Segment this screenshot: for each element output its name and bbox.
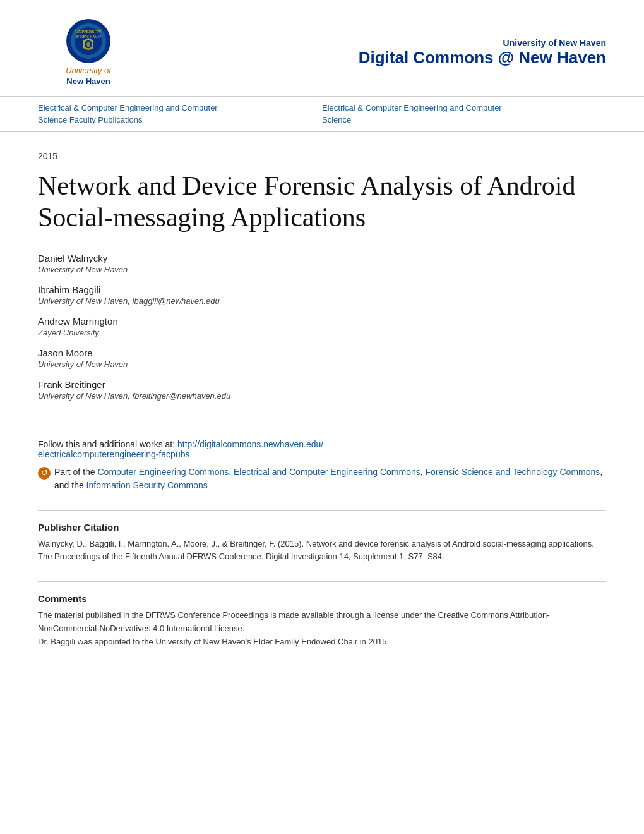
svg-text:UNIVERSITY: UNIVERSITY (75, 29, 102, 34)
logo-area: UNIVERSITY OF NEW HAVEN University of Ne… (38, 19, 139, 87)
authors-list: Daniel Walnycky University of New Haven … (38, 253, 606, 401)
comments-title: Comments (38, 593, 606, 604)
author-5: Frank Breitinger University of New Haven… (38, 379, 606, 401)
nav-col-left: Electrical & Computer Engineering and Co… (38, 102, 322, 126)
svg-text:OF NEW HAVEN: OF NEW HAVEN (75, 35, 103, 39)
author-affiliation-2: University of New Haven, ibaggili@newhav… (38, 296, 606, 306)
commons-icon (38, 467, 51, 480)
commons-link-1[interactable]: Computer Engineering Commons (97, 467, 229, 477)
follow-section: Follow this and additional works at: htt… (38, 426, 606, 492)
part-of: Part of the Computer Engineering Commons… (38, 466, 606, 492)
author-affiliation-4: University of New Haven (38, 360, 606, 369)
author-1: Daniel Walnycky University of New Haven (38, 253, 606, 274)
author-3: Andrew Marrington Zayed University (38, 316, 606, 337)
author-name-4: Jason Moore (38, 348, 606, 358)
header-right: University of New Haven Digital Commons … (139, 38, 606, 68)
nav-col-right: Electrical & Computer Engineering and Co… (322, 102, 606, 126)
author-affiliation-1: University of New Haven (38, 265, 606, 274)
digital-commons-title: Digital Commons @ New Haven (139, 48, 606, 68)
article-title: Network and Device Forensic Analysis of … (38, 170, 606, 234)
author-affiliation-5: University of New Haven, fbreitinger@new… (38, 391, 606, 401)
author-name-5: Frank Breitinger (38, 379, 606, 390)
author-email-5[interactable]: fbreitinger@newhaven.edu (133, 391, 231, 401)
author-name-3: Andrew Marrington (38, 316, 606, 327)
publisher-citation-body: Walnycky, D., Baggili, I., Marrington, A… (38, 538, 606, 564)
main-content: 2015 Network and Device Forensic Analysi… (0, 132, 644, 674)
commons-link-3[interactable]: Forensic Science and Technology Commons (426, 467, 600, 477)
author-4: Jason Moore University of New Haven (38, 348, 606, 369)
publisher-citation-section: Publisher Citation Walnycky, D., Baggili… (38, 510, 606, 564)
comments-section: Comments The material published in the D… (38, 581, 606, 648)
university-logo: UNIVERSITY OF NEW HAVEN (66, 19, 110, 63)
author-affiliation-3: Zayed University (38, 328, 606, 337)
comments-body: The material published in the DFRWS Conf… (38, 609, 606, 648)
commons-link-2[interactable]: Electrical and Computer Engineering Comm… (234, 467, 420, 477)
nav-links: Electrical & Computer Engineering and Co… (0, 97, 644, 132)
nav-link-ece-right[interactable]: Electrical & Computer Engineering and Co… (322, 102, 606, 126)
commons-link-4[interactable]: Information Security Commons (86, 480, 208, 490)
article-year: 2015 (38, 151, 606, 161)
nav-link-faculty-pubs-left[interactable]: Electrical & Computer Engineering and Co… (38, 102, 322, 126)
author-name-2: Ibrahim Baggili (38, 284, 606, 295)
publisher-citation-title: Publisher Citation (38, 522, 606, 533)
follow-text: Follow this and additional works at: htt… (38, 439, 606, 459)
logo-text: University of New Haven (66, 66, 111, 87)
author-email-2[interactable]: ibaggili@newhaven.edu (133, 296, 220, 306)
header: UNIVERSITY OF NEW HAVEN University of Ne… (0, 0, 644, 97)
author-name-1: Daniel Walnycky (38, 253, 606, 263)
university-name-header: University of New Haven (139, 38, 606, 48)
page: UNIVERSITY OF NEW HAVEN University of Ne… (0, 0, 644, 834)
author-2: Ibrahim Baggili University of New Haven,… (38, 284, 606, 306)
